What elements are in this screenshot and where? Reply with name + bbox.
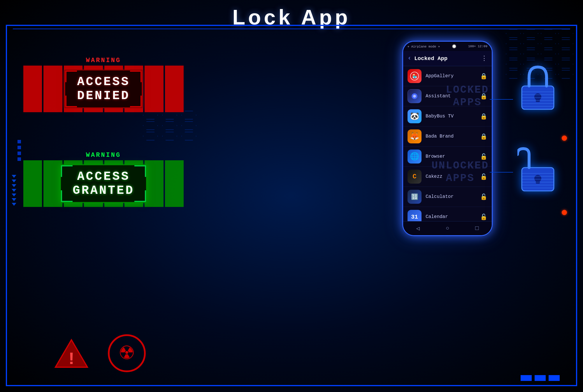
square-decoration	[17, 157, 21, 161]
locked-icon[interactable]: 🔒	[480, 93, 487, 100]
phone-nav-bar: ◁ ○ □	[403, 221, 492, 235]
right-decoration	[568, 29, 577, 381]
app-name: Bada Brand	[426, 134, 480, 139]
list-item[interactable]: 🏪 AppGallery 🔒	[403, 66, 492, 86]
app-icon-bada: 🦊	[408, 129, 422, 143]
square-pattern-left	[17, 140, 21, 161]
nav-recent-button[interactable]: □	[475, 225, 479, 232]
corner-decoration	[61, 165, 73, 177]
access-granted-container: WARNING ACCESS GRANTED	[23, 152, 184, 207]
app-name: Assistant	[426, 94, 480, 99]
red-dot-bottom	[562, 210, 567, 215]
status-bar-right: 100+ 12:09	[468, 45, 487, 48]
warning-label-granted: WARNING	[23, 152, 184, 159]
square-decoration	[549, 375, 560, 381]
hex-grid-bottom-left	[143, 111, 199, 140]
access-granted-banner: ACCESS GRANTED	[23, 160, 184, 207]
chevron-icon	[12, 189, 16, 192]
access-granted-text-box: ACCESS GRANTED	[60, 164, 147, 203]
locked-icon[interactable]: 🔒	[480, 133, 487, 140]
list-item[interactable]: 🌐 Browser 🔓	[403, 147, 492, 167]
stripe	[145, 66, 163, 112]
stripe	[145, 160, 163, 207]
app-name: AppGallery	[426, 73, 480, 79]
radiation-symbol: ☢	[108, 334, 146, 372]
phone-status-bar: ✈ Airplane mode ✈ 100+ 12:09	[403, 42, 492, 51]
camera-dot	[452, 44, 456, 48]
access-granted-text: ACCESS GRANTED	[73, 170, 134, 198]
chevron-icon	[12, 194, 16, 196]
access-denied-container: WARNING ACCESS DENIED	[23, 57, 184, 112]
corner-decoration	[134, 165, 146, 177]
battery-time-text: 100+ 12:09	[468, 45, 487, 48]
corner-decoration	[130, 96, 142, 107]
list-item[interactable]: 31 Calendar 🔓	[403, 207, 492, 221]
chevron-icon	[12, 175, 16, 178]
stripe	[43, 160, 62, 207]
red-dot-top	[562, 136, 567, 141]
app-name: Cakezz	[426, 174, 480, 179]
app-icon-browser: 🌐	[408, 150, 422, 164]
back-button[interactable]: ‹	[408, 55, 411, 62]
stripe	[165, 160, 184, 207]
unlocked-icon[interactable]: 🔓	[480, 173, 487, 180]
warning-triangle: !	[54, 338, 89, 369]
app-icon-assistant	[408, 89, 422, 103]
large-locked-lock	[516, 64, 560, 111]
app-name: Calendar	[426, 214, 480, 219]
stripe	[43, 66, 62, 112]
square-decoration	[17, 140, 21, 143]
top-border-decoration	[6, 25, 577, 30]
nav-back-button[interactable]: ◁	[416, 225, 420, 232]
corner-decoration	[61, 190, 73, 202]
square-decoration	[521, 375, 532, 381]
list-item[interactable]: 🐼 BabyBus TV 🔒	[403, 106, 492, 126]
list-item[interactable]: 🦊 Bada Brand 🔒	[403, 126, 492, 147]
app-name: BabyBus TV	[426, 114, 480, 119]
unlocked-icon[interactable]: 🔓	[480, 213, 487, 221]
app-icon-appgallery: 🏪	[408, 69, 422, 83]
corner-decoration	[134, 190, 146, 202]
connection-line-bottom	[490, 172, 513, 173]
connection-line-top	[490, 99, 513, 100]
app-icon-babybus: 🐼	[408, 109, 422, 123]
stripe	[23, 66, 42, 112]
app-icon-calendar: 31	[408, 210, 422, 221]
unlocked-icon[interactable]: 🔓	[480, 153, 487, 160]
large-unlocked-lock	[516, 146, 560, 192]
app-icon-calculator: 🔢	[408, 190, 422, 204]
corner-decoration	[130, 71, 142, 82]
airplane-mode-icon: ✈	[408, 45, 410, 48]
screen-title: Locked App	[414, 55, 478, 62]
warning-label-denied: WARNING	[23, 57, 184, 64]
bottom-border-decoration	[6, 381, 577, 386]
access-denied-banner: ACCESS DENIED	[23, 66, 184, 112]
app-list: 🏪 AppGallery 🔒 Assistant 🔒 🐼 BabyBus TV	[403, 66, 492, 221]
app-icon-cakezz: C	[408, 170, 422, 184]
warning-triangle-icon: !	[54, 338, 89, 369]
nav-home-button[interactable]: ○	[446, 225, 449, 232]
phone-mockup: ✈ Airplane mode ✈ 100+ 12:09 ‹ Locked Ap…	[402, 41, 493, 236]
phone-header: ‹ Locked App ⋮	[403, 51, 492, 66]
more-options-button[interactable]: ⋮	[481, 55, 487, 62]
list-item[interactable]: C Cakezz 🔓	[403, 167, 492, 187]
chevron-icon	[12, 184, 16, 187]
app-name: Browser	[426, 154, 480, 159]
status-bar-left: ✈ Airplane mode ✈	[408, 45, 440, 48]
unlocked-icon[interactable]: 🔓	[480, 193, 487, 201]
locked-icon[interactable]: 🔒	[480, 113, 487, 120]
list-item[interactable]: 🔢 Calculator 🔓	[403, 187, 492, 207]
app-name: Calculator	[426, 194, 480, 199]
svg-point-5	[413, 95, 416, 98]
locked-icon[interactable]: 🔒	[480, 73, 487, 80]
chevron-icon	[12, 198, 16, 201]
corner-decoration	[65, 71, 77, 82]
list-item[interactable]: Assistant 🔒	[403, 86, 492, 106]
square-decoration	[535, 375, 546, 381]
radiation-circle: ☢	[108, 334, 146, 372]
stripe	[165, 66, 184, 112]
chevron-icon	[12, 203, 16, 206]
corner-decoration	[65, 96, 77, 107]
phone-content: 🏪 AppGallery 🔒 Assistant 🔒 🐼 BabyBus TV	[403, 66, 492, 221]
square-decoration	[17, 152, 21, 155]
